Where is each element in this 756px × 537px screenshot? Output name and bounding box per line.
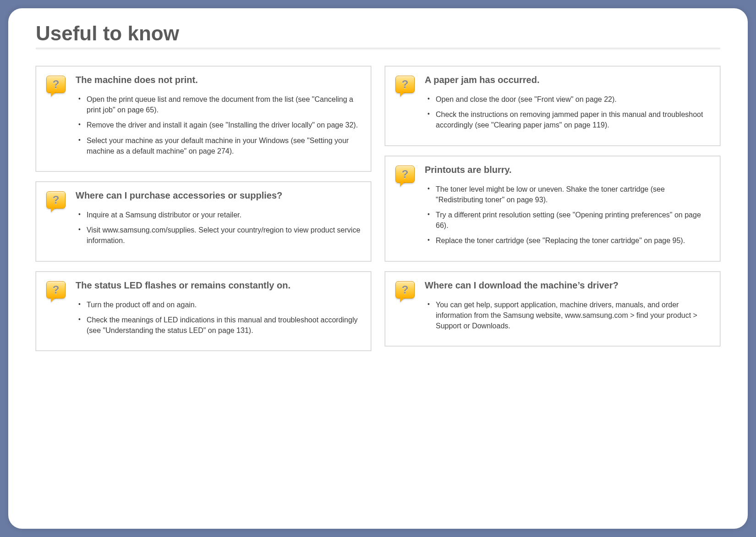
title-divider — [36, 48, 720, 49]
faq-card-title: The machine does not print. — [76, 74, 361, 86]
faq-card-title: Where can I download the machine’s drive… — [425, 279, 710, 291]
list-item: Check the meanings of LED indications in… — [78, 315, 361, 336]
list-item: Open and close the door (see "Front view… — [427, 94, 710, 105]
column-left: ? The machine does not print. Open the p… — [36, 66, 371, 351]
faq-card-title: Where can I purchase accessories or supp… — [76, 189, 361, 201]
column-right: ? A paper jam has occurred. Open and clo… — [385, 66, 720, 351]
list-item: Remove the driver and install it again (… — [78, 120, 361, 130]
list-item: Replace the toner cartridge (see "Replac… — [427, 235, 710, 246]
faq-card-body: A paper jam has occurred. Open and close… — [425, 74, 710, 135]
faq-card: ? The machine does not print. Open the p… — [36, 66, 371, 172]
faq-card-title: A paper jam has occurred. — [425, 74, 710, 86]
list-item: Select your machine as your default mach… — [78, 135, 361, 156]
list-item: Visit www.samsung.com/supplies. Select y… — [78, 225, 361, 246]
faq-card-body: Where can I download the machine’s drive… — [425, 279, 710, 336]
faq-item-list: Turn the product off and on again. Check… — [76, 299, 361, 336]
faq-item-list: You can get help, support application, m… — [425, 299, 710, 332]
faq-card: ? A paper jam has occurred. Open and clo… — [385, 66, 720, 146]
faq-card-body: The machine does not print. Open the pri… — [76, 74, 361, 161]
list-item: Inquire at a Samsung distributor or your… — [78, 210, 361, 220]
faq-item-list: Inquire at a Samsung distributor or your… — [76, 210, 361, 246]
faq-item-list: Open the print queue list and remove the… — [76, 94, 361, 156]
faq-card-title: Printouts are blurry. — [425, 164, 710, 176]
list-item: Turn the product off and on again. — [78, 299, 361, 310]
question-icon: ? — [46, 191, 66, 214]
faq-card: ? Where can I purchase accessories or su… — [36, 182, 371, 261]
faq-item-list: Open and close the door (see "Front view… — [425, 94, 710, 131]
question-icon: ? — [46, 76, 66, 99]
list-item: Open the print queue list and remove the… — [78, 94, 361, 115]
list-item: You can get help, support application, m… — [427, 299, 710, 332]
faq-card-body: Printouts are blurry. The toner level mi… — [425, 164, 710, 251]
page-title: Useful to know — [36, 22, 720, 45]
faq-card: ? Printouts are blurry. The toner level … — [385, 156, 720, 261]
faq-card: ? The status LED flashes or remains cons… — [36, 271, 371, 351]
content-columns: ? The machine does not print. Open the p… — [36, 66, 720, 351]
document-page: Useful to know ? The machine does not pr… — [8, 8, 748, 529]
question-icon: ? — [395, 166, 416, 188]
faq-item-list: The toner level might be low or uneven. … — [425, 184, 710, 246]
faq-card-body: The status LED flashes or remains consta… — [76, 279, 361, 341]
faq-card-title: The status LED flashes or remains consta… — [76, 279, 361, 291]
question-icon: ? — [395, 281, 416, 304]
list-item: Check the instructions on removing jamme… — [427, 109, 710, 130]
faq-card: ? Where can I download the machine’s dri… — [385, 271, 720, 347]
list-item: The toner level might be low or uneven. … — [427, 184, 710, 205]
list-item: Try a different print resolution setting… — [427, 210, 710, 231]
faq-card-body: Where can I purchase accessories or supp… — [76, 189, 361, 251]
question-icon: ? — [46, 281, 66, 304]
question-icon: ? — [395, 76, 416, 99]
